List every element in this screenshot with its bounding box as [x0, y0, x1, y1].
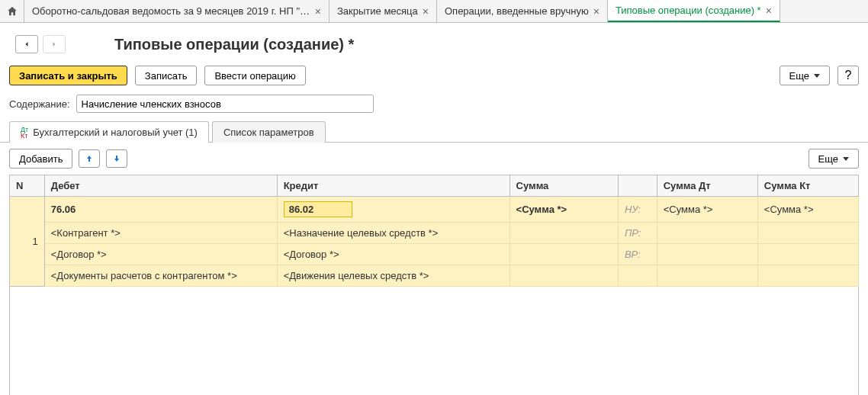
close-icon[interactable]: × [593, 6, 600, 17]
debit-sub1[interactable]: <Контрагент *> [44, 223, 277, 244]
nu-label: НУ: [618, 197, 657, 223]
tab-month-close[interactable]: Закрытие месяца × [330, 0, 437, 22]
move-up-button[interactable] [79, 149, 100, 168]
table-row[interactable]: <Контрагент *> <Назначение целевых средс… [10, 223, 859, 244]
credit-sub3[interactable]: <Движения целевых средств *> [277, 265, 510, 287]
vr-label: ВР: [618, 244, 657, 265]
table-row[interactable]: <Договор *> <Договор *> ВР: [10, 244, 859, 265]
close-icon[interactable]: × [766, 5, 772, 16]
row-number: 1 [10, 197, 45, 287]
debit-account-cell[interactable]: 76.06 [44, 197, 277, 223]
write-and-close-button[interactable]: Записать и закрыть [9, 66, 127, 85]
table-header-row: N Дебет Кредит Сумма Сумма Дт Сумма Кт [10, 175, 859, 197]
col-debit[interactable]: Дебет [44, 175, 277, 197]
page-title: Типовые операции (создание) * [76, 36, 354, 53]
debit-sub3[interactable]: <Документы расчетов с контрагентом *> [44, 265, 277, 287]
nav-forward-button [43, 35, 66, 53]
credit-sub2[interactable]: <Договор *> [277, 244, 510, 265]
col-sum-kt[interactable]: Сумма Кт [757, 175, 858, 197]
table-row[interactable]: 1 76.06 86.02 <Сумма *> НУ: <Сумма *> <С… [10, 197, 859, 223]
sum-cell[interactable]: <Сумма *> [510, 197, 618, 223]
content-input[interactable] [76, 95, 374, 113]
tab-manual-ops[interactable]: Операции, введенные вручную × [437, 0, 608, 22]
tab-parameters[interactable]: Список параметров [212, 121, 326, 143]
command-bar: Записать и закрыть Записать Ввести опера… [0, 61, 868, 90]
arrow-up-icon [85, 154, 94, 163]
help-button[interactable]: ? [837, 66, 859, 85]
enter-operation-button[interactable]: Ввести операцию [204, 66, 305, 85]
home-icon [6, 5, 18, 18]
table-more-button[interactable]: Еще [809, 149, 859, 169]
write-button[interactable]: Записать [135, 66, 198, 85]
top-tab-bar: Оборотно-сальдовая ведомость за 9 месяце… [0, 0, 868, 23]
arrow-left-icon [22, 40, 31, 49]
add-row-button[interactable]: Добавить [9, 149, 72, 169]
move-down-button[interactable] [106, 149, 127, 168]
credit-sub1[interactable]: <Назначение целевых средств *> [277, 223, 510, 244]
pr-label: ПР: [618, 223, 657, 244]
col-sum[interactable]: Сумма [510, 175, 618, 197]
entries-table: N Дебет Кредит Сумма Сумма Дт Сумма Кт 1… [9, 175, 859, 287]
tab-label: Оборотно-сальдовая ведомость за 9 месяце… [32, 5, 310, 17]
close-icon[interactable]: × [423, 6, 429, 17]
tab-osv[interactable]: Оборотно-сальдовая ведомость за 9 месяце… [24, 0, 330, 22]
col-n[interactable]: N [10, 175, 45, 197]
inner-tab-label: Бухгалтерский и налоговый учет (1) [33, 127, 198, 138]
col-sum-dt[interactable]: Сумма Дт [657, 175, 757, 197]
table-toolbar: Добавить Еще [0, 143, 868, 175]
col-blank [618, 175, 657, 197]
tab-accounting[interactable]: ДтКт Бухгалтерский и налоговый учет (1) [9, 121, 209, 143]
col-credit[interactable]: Кредит [277, 175, 510, 197]
tab-label: Закрытие месяца [337, 5, 418, 17]
inner-tab-label: Список параметров [223, 127, 314, 138]
tab-label: Операции, введенные вручную [445, 5, 589, 17]
tab-label: Типовые операции (создание) * [616, 5, 761, 16]
nav-buttons [15, 35, 66, 53]
table-row[interactable]: <Документы расчетов с контрагентом *> <Д… [10, 265, 859, 287]
credit-account-cell[interactable]: 86.02 [277, 197, 510, 223]
arrow-down-icon [112, 154, 121, 163]
sum-dt-cell[interactable]: <Сумма *> [657, 197, 757, 223]
nav-back-button[interactable] [15, 35, 38, 53]
dt-kt-icon: ДтКт [21, 127, 28, 139]
sum-kt-cell[interactable]: <Сумма *> [757, 197, 858, 223]
arrow-right-icon [50, 40, 59, 49]
content-label: Содержание: [9, 98, 70, 110]
more-button[interactable]: Еще [780, 66, 830, 85]
debit-sub2[interactable]: <Договор *> [44, 244, 277, 265]
close-icon[interactable]: × [315, 6, 321, 17]
table-empty-area[interactable] [9, 287, 859, 395]
content-field-row: Содержание: [0, 90, 868, 120]
tab-template-ops[interactable]: Типовые операции (создание) * × [608, 0, 780, 22]
home-button[interactable] [0, 0, 24, 22]
inner-tabs: ДтКт Бухгалтерский и налоговый учет (1) … [0, 120, 868, 143]
